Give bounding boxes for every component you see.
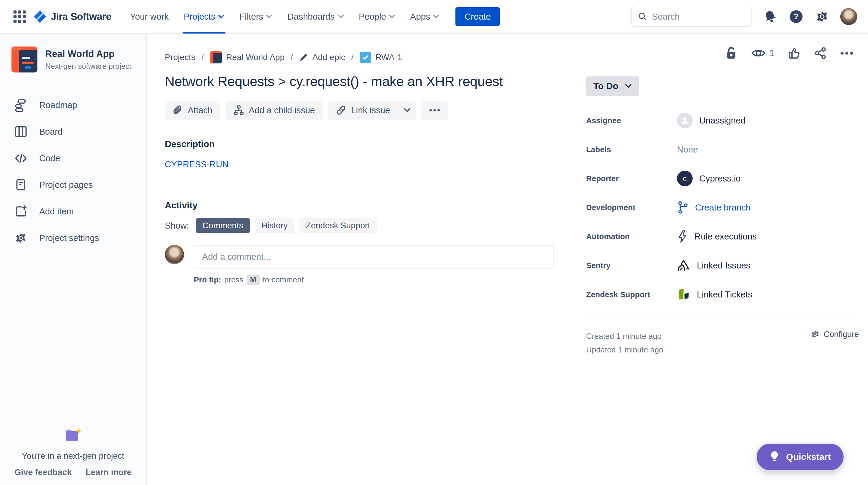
description-link[interactable]: CYPRESS-RUN: [165, 160, 228, 169]
task-type-icon: [360, 52, 371, 63]
jira-diamond-icon: [33, 10, 46, 23]
sidebar-item-project-settings[interactable]: Project settings: [0, 225, 146, 251]
quickstart-button[interactable]: Quickstart: [756, 444, 843, 470]
breadcrumb-add-epic[interactable]: Add epic: [299, 53, 345, 62]
nav-projects[interactable]: Projects: [178, 0, 230, 33]
nav-people[interactable]: People: [353, 0, 401, 33]
issue-view: 1 Projects / Real World App: [147, 34, 868, 485]
chevron-down-icon: [218, 15, 224, 19]
current-user-avatar: [165, 245, 184, 264]
lightbulb-icon: [769, 451, 780, 463]
field-automation: Automation Rule executions: [586, 229, 859, 244]
reporter-value[interactable]: c Cypress.io: [677, 171, 741, 186]
user-avatar[interactable]: [840, 8, 857, 25]
code-icon: [14, 151, 28, 165]
project-avatar-small-icon: [210, 51, 222, 63]
rule-executions-value[interactable]: Rule executions: [677, 230, 756, 243]
paperclip-icon: [173, 105, 183, 115]
sentry-linked-issues-value[interactable]: Linked Issues: [677, 259, 750, 272]
jira-logo[interactable]: Jira Software: [33, 10, 112, 23]
chevron-down-icon: [625, 84, 632, 88]
search-input[interactable]: [652, 12, 742, 22]
child-issue-icon: [234, 105, 244, 115]
breadcrumb-project[interactable]: Real World App: [210, 51, 285, 63]
labels-value[interactable]: None: [677, 145, 698, 154]
watchers-count: 1: [769, 48, 774, 58]
nav-dashboards[interactable]: Dashboards: [282, 0, 349, 33]
learn-more-link[interactable]: Learn more: [86, 467, 132, 477]
field-reporter: Reporter c Cypress.io: [586, 171, 859, 186]
project-avatar-icon: [11, 47, 37, 73]
breadcrumb-issue-key[interactable]: RWA-1: [360, 52, 402, 63]
field-development: Development Create branch: [586, 200, 859, 215]
lightning-bolt-icon: [677, 230, 688, 243]
assignee-value[interactable]: Unassigned: [677, 113, 745, 129]
issue-title[interactable]: Network Requests > cy.request() - make a…: [165, 74, 554, 89]
nav-filters[interactable]: Filters: [234, 0, 278, 33]
share-icon[interactable]: [814, 47, 826, 59]
link-issue-button[interactable]: Link issue: [328, 101, 398, 120]
activity-filter-row: Show: Comments History Zendesk Support: [165, 218, 554, 233]
give-feedback-link[interactable]: Give feedback: [14, 467, 72, 477]
issue-details-panel: To Do Assignee Unassigned Labels None Re…: [586, 77, 859, 356]
more-actions-icon[interactable]: [840, 51, 854, 55]
link-issue-dropdown[interactable]: [398, 101, 416, 120]
zendesk-linked-tickets-value[interactable]: Linked Tickets: [677, 288, 752, 301]
breadcrumb-projects[interactable]: Projects: [165, 53, 195, 62]
project-name: Real World App: [45, 49, 131, 59]
sidebar-item-project-pages[interactable]: Project pages: [0, 172, 146, 198]
search-icon: [638, 12, 647, 21]
create-branch-link[interactable]: Create branch: [677, 201, 751, 214]
folder-sparkle-icon: [63, 427, 83, 444]
link-icon: [336, 105, 346, 115]
configure-gear-icon: [810, 330, 820, 339]
sidebar-item-roadmap[interactable]: Roadmap: [0, 92, 146, 118]
notifications-bell-icon[interactable]: [763, 9, 778, 25]
project-header[interactable]: Real World App Next-gen software project: [0, 34, 146, 73]
sidebar-item-board[interactable]: Board: [0, 118, 146, 145]
chevron-down-icon: [404, 108, 410, 112]
field-labels: Labels None: [586, 142, 859, 157]
issue-toolbar: 1: [725, 47, 854, 60]
like-thumbs-up-icon[interactable]: [788, 47, 800, 59]
comment-protip: Pro tip: press M to comment: [194, 275, 554, 285]
app-switcher-icon[interactable]: [11, 8, 28, 25]
more-button[interactable]: [421, 101, 448, 120]
cypress-avatar-icon: c: [677, 171, 693, 186]
settings-gear-icon[interactable]: [814, 9, 830, 25]
add-child-issue-button[interactable]: Add a child issue: [226, 101, 322, 120]
create-button[interactable]: Create: [456, 7, 500, 26]
tab-history[interactable]: History: [255, 218, 294, 233]
add-item-icon: [14, 204, 28, 218]
nav-your-work[interactable]: Your work: [125, 0, 174, 33]
ellipsis-icon: [429, 109, 440, 112]
description-label: Description: [165, 139, 554, 149]
sentry-icon: [677, 259, 690, 272]
link-issue-group: Link issue: [328, 101, 416, 120]
status-dropdown[interactable]: To Do: [586, 77, 639, 96]
nav-apps[interactable]: Apps: [405, 0, 444, 33]
show-label: Show:: [165, 221, 189, 231]
zendesk-icon: [677, 288, 690, 301]
unlock-icon[interactable]: [725, 47, 737, 60]
sidebar-item-add-item[interactable]: Add item: [0, 198, 146, 225]
project-sidebar: Real World App Next-gen software project…: [0, 34, 147, 485]
sidebar-item-code[interactable]: Code: [0, 145, 146, 172]
unassigned-avatar-icon: [677, 113, 693, 129]
comment-input[interactable]: [194, 245, 554, 268]
tab-comments[interactable]: Comments: [196, 218, 250, 233]
issue-actions: Attach Add a child issue: [165, 101, 554, 120]
attach-button[interactable]: Attach: [165, 101, 220, 120]
next-gen-message: You're in a next-gen project: [0, 451, 146, 461]
tab-zendesk-support[interactable]: Zendesk Support: [299, 218, 377, 233]
watch-eye-icon: [751, 48, 766, 58]
configure-button[interactable]: Configure: [810, 330, 859, 339]
chevron-down-icon: [338, 15, 344, 19]
updated-date: Updated 1 minute ago: [586, 343, 663, 356]
top-navigation-bar: Jira Software Your work Projects Filters…: [0, 0, 868, 34]
watchers-button[interactable]: 1: [751, 48, 774, 58]
chevron-down-icon: [389, 15, 395, 19]
help-icon[interactable]: ?: [788, 9, 804, 25]
sidebar-footer: You're in a next-gen project Give feedba…: [0, 427, 146, 477]
gear-icon: [14, 231, 28, 245]
